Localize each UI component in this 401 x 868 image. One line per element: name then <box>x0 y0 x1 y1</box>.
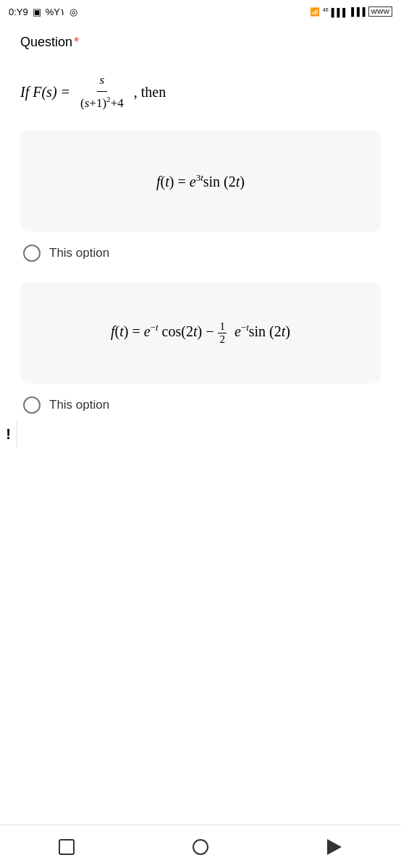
triangle-button[interactable] <box>321 834 347 860</box>
question-then: , then <box>134 80 166 103</box>
battery-icon: WWW <box>368 7 392 17</box>
fraction-numerator: s <box>97 70 108 92</box>
triangle-icon <box>327 839 342 855</box>
status-bar: 0:Y9 ▣ %Y١ ◎ 📶 46▐▐▐ ▐▐▐ WWW <box>0 0 401 23</box>
option2-row[interactable]: This option <box>20 396 381 414</box>
option2-math: f(t) = e−t cos(2t) − 1 2 e−tsin (2t) <box>111 321 290 345</box>
question-math: If F(s) = s (s+1)2+4 , then <box>20 70 381 113</box>
fraction-denominator: (s+1)2+4 <box>77 92 127 113</box>
question-label: Question* <box>20 35 381 50</box>
status-right: 📶 46▐▐▐ ▐▐▐ WWW <box>310 7 392 17</box>
signal-icon: ▐▐▐ <box>348 7 365 16</box>
half-fraction: 1 2 <box>218 321 227 345</box>
square-icon <box>59 839 75 855</box>
wifi-icon: 📶 <box>310 7 320 17</box>
bottom-nav <box>0 825 401 868</box>
option1-math: f(t) = e3tsin (2t) <box>156 172 245 190</box>
option2-card: f(t) = e−t cos(2t) − 1 2 e−tsin (2t) <box>20 282 381 383</box>
question-if: If F(s) = <box>20 80 70 103</box>
time-display: 0:Y9 <box>9 7 28 17</box>
sidebar-action[interactable]: ! <box>0 420 17 448</box>
option1-card: f(t) = e3tsin (2t) <box>20 130 381 231</box>
target-icon: ◎ <box>69 7 77 17</box>
screen-icon: ▣ <box>33 7 41 17</box>
option1-label: This option <box>49 246 109 260</box>
circle-button[interactable] <box>187 834 214 860</box>
option1-radio[interactable] <box>23 244 41 262</box>
circle-icon <box>193 839 208 855</box>
status-left: 0:Y9 ▣ %Y١ ◎ <box>9 7 77 17</box>
exclamation-icon: ! <box>6 426 11 443</box>
square-button[interactable] <box>54 834 80 860</box>
option2-label: This option <box>49 398 109 412</box>
question-fraction: s (s+1)2+4 <box>77 70 127 113</box>
required-asterisk: * <box>74 35 79 49</box>
percent-display: %Y١ <box>46 7 65 17</box>
signal-4g-icon: 46▐▐▐ <box>323 7 345 17</box>
option1-row[interactable]: This option <box>20 244 381 262</box>
main-content: Question* If F(s) = s (s+1)2+4 , then f(… <box>0 23 401 506</box>
option2-radio[interactable] <box>23 396 41 414</box>
